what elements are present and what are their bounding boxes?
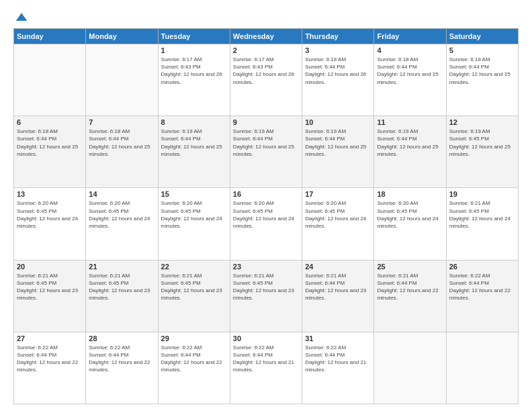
calendar-day: 6Sunrise: 6:18 AM Sunset: 6:44 PM Daylig…	[14, 116, 86, 188]
calendar-header-friday: Friday	[374, 29, 446, 44]
day-number: 8	[161, 118, 227, 126]
calendar-day: 3Sunrise: 6:18 AM Sunset: 6:44 PM Daylig…	[302, 44, 374, 116]
calendar-day: 30Sunrise: 6:22 AM Sunset: 6:44 PM Dayli…	[230, 332, 302, 404]
day-info: Sunrise: 6:20 AM Sunset: 6:45 PM Dayligh…	[17, 199, 83, 230]
day-info: Sunrise: 6:20 AM Sunset: 6:45 PM Dayligh…	[377, 199, 443, 230]
calendar-week-row: 1Sunrise: 6:17 AM Sunset: 6:43 PM Daylig…	[14, 44, 519, 116]
day-number: 28	[89, 334, 154, 342]
day-info: Sunrise: 6:17 AM Sunset: 6:43 PM Dayligh…	[161, 56, 227, 86]
svg-marker-0	[16, 13, 28, 21]
day-number: 25	[377, 263, 443, 271]
day-number: 9	[233, 118, 299, 126]
calendar-day: 11Sunrise: 6:19 AM Sunset: 6:44 PM Dayli…	[374, 116, 446, 188]
calendar-day: 10Sunrise: 6:19 AM Sunset: 6:44 PM Dayli…	[302, 116, 374, 188]
calendar-header-wednesday: Wednesday	[230, 29, 302, 44]
day-number: 31	[305, 334, 371, 342]
logo-icon	[15, 11, 28, 24]
logo-text	[13, 11, 28, 24]
day-number: 13	[17, 190, 83, 198]
day-number: 14	[89, 190, 154, 198]
calendar-day: 9Sunrise: 6:19 AM Sunset: 6:44 PM Daylig…	[230, 116, 302, 188]
day-info: Sunrise: 6:22 AM Sunset: 6:44 PM Dayligh…	[449, 272, 515, 302]
header	[13, 11, 519, 21]
calendar-header-tuesday: Tuesday	[158, 29, 230, 44]
calendar-day	[446, 332, 518, 404]
day-number: 2	[233, 46, 299, 54]
day-number: 1	[161, 46, 227, 54]
calendar-week-row: 27Sunrise: 6:22 AM Sunset: 6:44 PM Dayli…	[14, 332, 519, 404]
day-number: 24	[305, 263, 371, 271]
day-info: Sunrise: 6:21 AM Sunset: 6:45 PM Dayligh…	[161, 272, 227, 302]
page: SundayMondayTuesdayWednesdayThursdayFrid…	[0, 0, 532, 411]
day-info: Sunrise: 6:20 AM Sunset: 6:45 PM Dayligh…	[89, 199, 154, 230]
day-info: Sunrise: 6:20 AM Sunset: 6:45 PM Dayligh…	[161, 199, 227, 230]
day-number: 19	[449, 190, 515, 198]
day-info: Sunrise: 6:21 AM Sunset: 6:45 PM Dayligh…	[17, 272, 83, 302]
calendar-day: 20Sunrise: 6:21 AM Sunset: 6:45 PM Dayli…	[14, 260, 86, 332]
calendar-day: 31Sunrise: 6:22 AM Sunset: 6:44 PM Dayli…	[302, 332, 374, 404]
calendar-day: 23Sunrise: 6:21 AM Sunset: 6:45 PM Dayli…	[230, 260, 302, 332]
day-number: 17	[305, 190, 371, 198]
calendar: SundayMondayTuesdayWednesdayThursdayFrid…	[13, 28, 519, 404]
day-number: 26	[449, 263, 515, 271]
calendar-day: 16Sunrise: 6:20 AM Sunset: 6:45 PM Dayli…	[230, 188, 302, 260]
calendar-day: 27Sunrise: 6:22 AM Sunset: 6:44 PM Dayli…	[14, 332, 86, 404]
day-number: 29	[161, 334, 227, 342]
calendar-day: 14Sunrise: 6:20 AM Sunset: 6:45 PM Dayli…	[86, 188, 158, 260]
day-info: Sunrise: 6:19 AM Sunset: 6:44 PM Dayligh…	[161, 128, 227, 158]
day-info: Sunrise: 6:18 AM Sunset: 6:44 PM Dayligh…	[89, 128, 154, 158]
calendar-header-saturday: Saturday	[446, 29, 518, 44]
day-number: 21	[89, 263, 154, 271]
calendar-week-row: 6Sunrise: 6:18 AM Sunset: 6:44 PM Daylig…	[14, 116, 519, 188]
day-info: Sunrise: 6:20 AM Sunset: 6:45 PM Dayligh…	[233, 199, 299, 230]
day-number: 4	[377, 46, 443, 54]
day-number: 23	[233, 263, 299, 271]
calendar-header-thursday: Thursday	[302, 29, 374, 44]
day-number: 3	[305, 46, 371, 54]
day-info: Sunrise: 6:19 AM Sunset: 6:44 PM Dayligh…	[377, 128, 443, 158]
day-number: 20	[17, 263, 83, 271]
day-number: 22	[161, 263, 227, 271]
day-info: Sunrise: 6:20 AM Sunset: 6:45 PM Dayligh…	[305, 199, 371, 230]
calendar-day: 7Sunrise: 6:18 AM Sunset: 6:44 PM Daylig…	[86, 116, 158, 188]
calendar-header-monday: Monday	[86, 29, 158, 44]
day-info: Sunrise: 6:22 AM Sunset: 6:44 PM Dayligh…	[161, 344, 227, 374]
day-info: Sunrise: 6:21 AM Sunset: 6:45 PM Dayligh…	[449, 199, 515, 230]
day-info: Sunrise: 6:17 AM Sunset: 6:43 PM Dayligh…	[233, 56, 299, 86]
day-info: Sunrise: 6:18 AM Sunset: 6:44 PM Dayligh…	[449, 56, 515, 86]
calendar-day	[14, 44, 86, 116]
day-number: 5	[449, 46, 515, 54]
calendar-day: 22Sunrise: 6:21 AM Sunset: 6:45 PM Dayli…	[158, 260, 230, 332]
calendar-day: 13Sunrise: 6:20 AM Sunset: 6:45 PM Dayli…	[14, 188, 86, 260]
calendar-day: 8Sunrise: 6:19 AM Sunset: 6:44 PM Daylig…	[158, 116, 230, 188]
day-info: Sunrise: 6:21 AM Sunset: 6:45 PM Dayligh…	[233, 272, 299, 302]
day-number: 15	[161, 190, 227, 198]
calendar-day: 29Sunrise: 6:22 AM Sunset: 6:44 PM Dayli…	[158, 332, 230, 404]
logo	[13, 11, 28, 21]
calendar-day: 18Sunrise: 6:20 AM Sunset: 6:45 PM Dayli…	[374, 188, 446, 260]
calendar-day: 21Sunrise: 6:21 AM Sunset: 6:45 PM Dayli…	[86, 260, 158, 332]
day-number: 7	[89, 118, 154, 126]
day-info: Sunrise: 6:22 AM Sunset: 6:44 PM Dayligh…	[17, 344, 83, 374]
day-number: 11	[377, 118, 443, 126]
calendar-week-row: 13Sunrise: 6:20 AM Sunset: 6:45 PM Dayli…	[14, 188, 519, 260]
day-info: Sunrise: 6:18 AM Sunset: 6:44 PM Dayligh…	[377, 56, 443, 86]
calendar-day	[374, 332, 446, 404]
calendar-day: 25Sunrise: 6:21 AM Sunset: 6:44 PM Dayli…	[374, 260, 446, 332]
day-info: Sunrise: 6:18 AM Sunset: 6:44 PM Dayligh…	[17, 128, 83, 158]
day-number: 12	[449, 118, 515, 126]
calendar-day: 1Sunrise: 6:17 AM Sunset: 6:43 PM Daylig…	[158, 44, 230, 116]
calendar-day: 12Sunrise: 6:19 AM Sunset: 6:45 PM Dayli…	[446, 116, 518, 188]
calendar-day: 24Sunrise: 6:21 AM Sunset: 6:44 PM Dayli…	[302, 260, 374, 332]
day-info: Sunrise: 6:19 AM Sunset: 6:45 PM Dayligh…	[449, 128, 515, 158]
day-info: Sunrise: 6:21 AM Sunset: 6:44 PM Dayligh…	[377, 272, 443, 302]
calendar-header-row: SundayMondayTuesdayWednesdayThursdayFrid…	[14, 29, 519, 44]
day-number: 6	[17, 118, 83, 126]
calendar-day: 26Sunrise: 6:22 AM Sunset: 6:44 PM Dayli…	[446, 260, 518, 332]
day-info: Sunrise: 6:22 AM Sunset: 6:44 PM Dayligh…	[305, 344, 371, 374]
calendar-day: 5Sunrise: 6:18 AM Sunset: 6:44 PM Daylig…	[446, 44, 518, 116]
day-info: Sunrise: 6:18 AM Sunset: 6:44 PM Dayligh…	[305, 56, 371, 86]
calendar-day: 17Sunrise: 6:20 AM Sunset: 6:45 PM Dayli…	[302, 188, 374, 260]
calendar-day: 4Sunrise: 6:18 AM Sunset: 6:44 PM Daylig…	[374, 44, 446, 116]
calendar-day: 15Sunrise: 6:20 AM Sunset: 6:45 PM Dayli…	[158, 188, 230, 260]
